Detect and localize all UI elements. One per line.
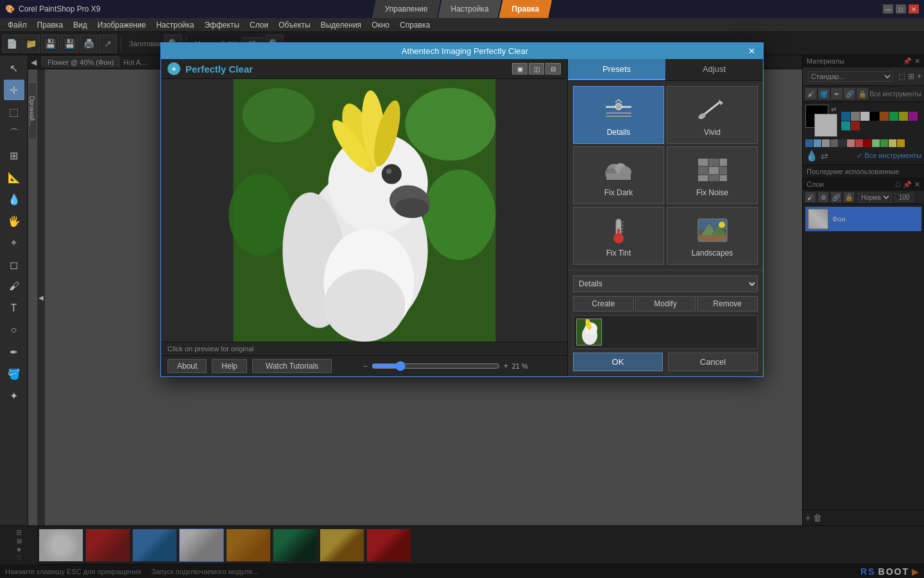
zoom-minus-icon[interactable]: − (363, 362, 368, 371)
svg-rect-34 (720, 159, 727, 166)
menu-effects[interactable]: Эффекты (199, 19, 244, 31)
shape-tool[interactable]: ○ (4, 320, 24, 340)
preview-hint-bar: Click on preview for original (161, 342, 567, 356)
preset-fix-tint-card[interactable]: Fix Tint (573, 207, 664, 265)
zoom-slider[interactable] (372, 361, 500, 371)
preset-details-card[interactable]: Details (573, 86, 664, 144)
cancel-button[interactable]: Cancel (668, 353, 758, 371)
app-title: 🎨 Corel PaintShop Pro X9 (5, 4, 100, 13)
workflow-tab-edit[interactable]: Правка (499, 0, 552, 18)
preview-pane: ● Perfectly Clear ▣ ◫ ⊟ (161, 59, 567, 376)
menu-settings[interactable]: Настройка (151, 19, 199, 31)
ok-button[interactable]: OK (573, 353, 663, 371)
lasso-tool[interactable]: ⌒ (4, 123, 24, 144)
perfectly-clear-logo-icon: ● (167, 62, 180, 75)
fill-tool[interactable]: 🪣 (4, 363, 24, 384)
remove-tab[interactable]: Remove (697, 296, 758, 311)
fix-dark-preset-icon (599, 153, 638, 186)
menu-view[interactable]: Вид (68, 19, 92, 31)
svg-point-12 (381, 164, 401, 184)
svg-rect-30 (606, 173, 631, 180)
arrow-tool[interactable]: ↖ (4, 58, 24, 78)
dialog-overlay: Athentech Imaging Perfectly Clear ✕ ● Pe… (0, 32, 924, 578)
fix-noise-label: Fix Noise (696, 188, 728, 197)
preset-fix-noise-card[interactable]: Fix Noise (667, 146, 758, 204)
window-controls[interactable]: — □ ✕ (883, 4, 919, 13)
menu-image[interactable]: Изображение (92, 19, 151, 31)
preview-footer: About Help Watch Tutorials − + 21 % (161, 356, 567, 376)
eyedrop-tool[interactable]: 💧 (4, 189, 24, 209)
landscapes-preset-icon (693, 214, 732, 246)
menu-layers[interactable]: Слои (244, 19, 273, 31)
extra-tool[interactable]: ✦ (4, 385, 24, 406)
watch-tutorials-button[interactable]: Watch Tutorials (252, 359, 332, 373)
dialog-title-bar: Athentech Imaging Perfectly Clear ✕ (161, 43, 763, 59)
help-button[interactable]: Help (212, 359, 247, 373)
paint-tool[interactable]: 🖌 (4, 276, 24, 297)
presets-grid: Details (568, 81, 763, 270)
thumbnail-preview-row (573, 315, 758, 349)
perfectly-clear-dialog: Athentech Imaging Perfectly Clear ✕ ● Pe… (160, 42, 764, 377)
menu-file[interactable]: Файл (3, 19, 32, 31)
modify-tab[interactable]: Modify (635, 296, 696, 311)
workflow-tab-manage[interactable]: Управление (372, 0, 441, 18)
vivid-preset-icon (693, 93, 732, 125)
retouch-tool[interactable]: 🖐 (4, 211, 24, 231)
ok-cancel-row: OK Cancel (573, 353, 758, 371)
preset-thumbnail (576, 319, 602, 346)
straighten-tool[interactable]: 📐 (4, 167, 24, 188)
menu-objects[interactable]: Объекты (273, 19, 316, 31)
menu-selections[interactable]: Выделения (316, 19, 366, 31)
svg-point-3 (228, 174, 292, 256)
preview-hint-text: Click on preview for original (167, 345, 254, 353)
dialog-close-button[interactable]: ✕ (748, 46, 755, 56)
logo-text: Perfectly Clear (185, 64, 253, 74)
svg-rect-38 (698, 175, 708, 181)
svg-rect-21 (606, 112, 631, 114)
preview-image-area[interactable] (161, 79, 567, 342)
presets-tab[interactable]: Presets (568, 59, 665, 80)
preset-landscapes-card[interactable]: Landscapes (667, 207, 758, 265)
zoom-value-label: 21 % (512, 362, 535, 370)
text-tool[interactable]: T (4, 298, 24, 319)
details-label: Details (607, 128, 631, 137)
zoom-plus-icon[interactable]: + (504, 362, 508, 371)
view-split-v-button[interactable]: ⊟ (545, 63, 561, 74)
svg-rect-39 (709, 175, 719, 181)
svg-point-53 (719, 222, 725, 228)
preset-fix-dark-card[interactable]: Fix Dark (573, 146, 664, 204)
action-tabs-row: Create Modify Remove (573, 296, 758, 311)
crop-tool[interactable]: ⊞ (4, 145, 24, 166)
pen-tool[interactable]: ✒ (4, 342, 24, 362)
dialog-bottom-section: Details Create Modify R (568, 270, 763, 376)
menu-window[interactable]: Окно (366, 19, 395, 31)
view-single-button[interactable]: ▣ (512, 63, 527, 74)
move-tool[interactable]: ✛ (4, 80, 24, 100)
svg-point-13 (386, 169, 391, 174)
close-button[interactable]: ✕ (909, 4, 919, 13)
workflow-tab-settings[interactable]: Настройка (438, 0, 501, 18)
preset-dropdown[interactable]: Details (573, 276, 758, 292)
about-button[interactable]: About (167, 359, 207, 373)
svg-rect-43 (617, 229, 620, 239)
app-title-text: Corel PaintShop Pro X9 (19, 4, 100, 13)
preset-dropdown-row: Details (573, 276, 758, 292)
menu-edit[interactable]: Правка (32, 19, 69, 31)
clone-tool[interactable]: ⌖ (4, 232, 24, 253)
adjust-tab[interactable]: Adjust (665, 59, 763, 80)
minimize-button[interactable]: — (883, 4, 893, 13)
view-split-h-button[interactable]: ◫ (529, 63, 544, 74)
fix-noise-preset-icon (693, 153, 732, 186)
erase-tool[interactable]: ◻ (4, 254, 24, 275)
app-icon: 🎨 (5, 4, 15, 13)
menu-bar: Файл Правка Вид Изображение Настройка Эф… (0, 18, 924, 32)
menu-help[interactable]: Справка (395, 19, 435, 31)
create-tab[interactable]: Create (573, 296, 634, 311)
preset-vivid-card[interactable]: Vivid (667, 86, 758, 144)
panel-collapse-btn[interactable]: ◀ (37, 69, 45, 525)
organize-panel-tab[interactable]: Органай... (28, 82, 37, 139)
selection-tool[interactable]: ⬚ (4, 101, 24, 122)
maximize-button[interactable]: □ (896, 4, 906, 13)
svg-point-15 (395, 198, 429, 218)
fix-tint-preset-icon (599, 214, 638, 246)
